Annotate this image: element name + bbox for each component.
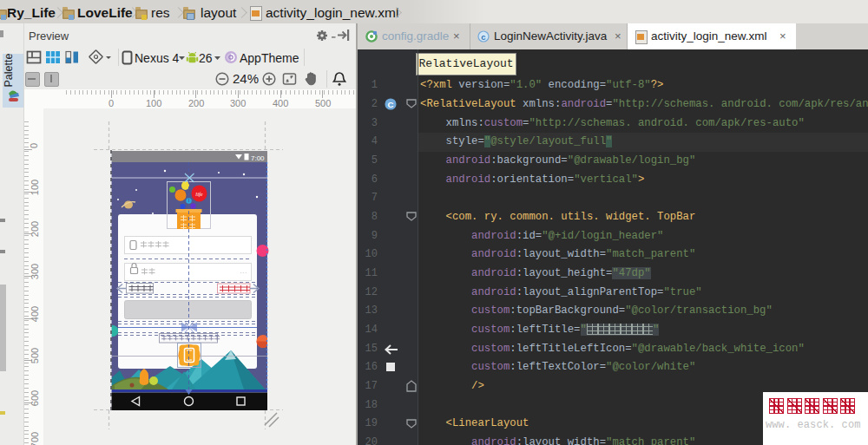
svg-text:life: life <box>195 191 202 197</box>
svg-text:⋯: ⋯ <box>240 269 247 277</box>
svg-text:c: c <box>481 32 485 42</box>
svg-text:7:00: 7:00 <box>251 154 265 162</box>
